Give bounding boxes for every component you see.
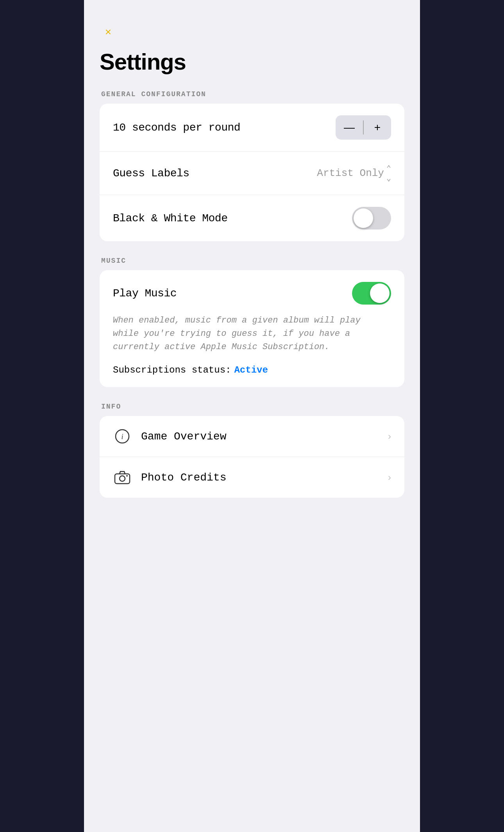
page-title: Settings [100,48,404,75]
guess-labels-label: Guess Labels [113,167,189,179]
close-icon: × [105,27,111,38]
music-description: When enabled, music from a given album w… [113,314,391,354]
guess-labels-select[interactable]: Artist Only ⌃⌄ [317,163,391,183]
game-overview-row[interactable]: i Game Overview › [100,416,404,457]
photo-credits-chevron-icon: › [388,472,391,483]
subscription-status: Active [234,365,268,375]
time-per-round-row: 10 seconds per round — + [100,104,404,152]
increment-button[interactable]: + [364,115,391,140]
chevron-updown-icon: ⌃⌄ [386,163,391,183]
subscription-label: Subscriptions status: [113,365,231,375]
general-section-label: GENERAL CONFIGURATION [101,90,404,98]
play-music-toggle[interactable] [352,282,391,305]
photo-credits-label: Photo Credits [141,472,226,484]
music-card: Play Music When enabled, music from a gi… [100,270,404,387]
info-card: i Game Overview › [100,416,404,498]
music-section-label: MUSIC [101,257,404,265]
photo-credits-row[interactable]: Photo Credits › [100,457,404,498]
music-top-row: Play Music [113,282,391,305]
info-section-label: INFO [101,403,404,411]
guess-labels-row[interactable]: Guess Labels Artist Only ⌃⌄ [100,152,404,195]
minus-icon: — [344,121,355,134]
bw-toggle-thumb [354,208,373,228]
time-per-round-label: 10 seconds per round [113,122,240,134]
time-stepper: — + [336,115,391,140]
decrement-button[interactable]: — [336,115,363,140]
bw-mode-row: Black & White Mode [100,195,404,241]
camera-icon [113,468,132,487]
music-section: MUSIC Play Music When enabled, music fro… [100,257,404,387]
info-circle-icon: i [113,427,132,446]
photo-credits-left: Photo Credits [113,468,226,487]
svg-point-4 [126,475,128,477]
bw-mode-label: Black & White Mode [113,212,227,224]
subscription-row: Subscriptions status: Active [113,365,391,375]
bw-mode-toggle[interactable] [352,207,391,230]
settings-screen: × Settings GENERAL CONFIGURATION 10 seco… [84,0,420,832]
general-section: GENERAL CONFIGURATION 10 seconds per rou… [100,90,404,241]
general-card: 10 seconds per round — + Guess Labels Ar… [100,104,404,241]
game-overview-label: Game Overview [141,430,226,443]
plus-icon: + [374,121,381,134]
music-toggle-thumb [370,283,390,303]
guess-labels-value: Artist Only [317,167,384,179]
play-music-label: Play Music [113,287,177,299]
svg-point-3 [120,476,125,481]
close-button[interactable]: × [100,23,117,41]
svg-text:i: i [121,433,123,441]
game-overview-chevron-icon: › [388,431,391,442]
game-overview-left: i Game Overview [113,427,226,446]
info-section: INFO i Game Overview › [100,403,404,498]
